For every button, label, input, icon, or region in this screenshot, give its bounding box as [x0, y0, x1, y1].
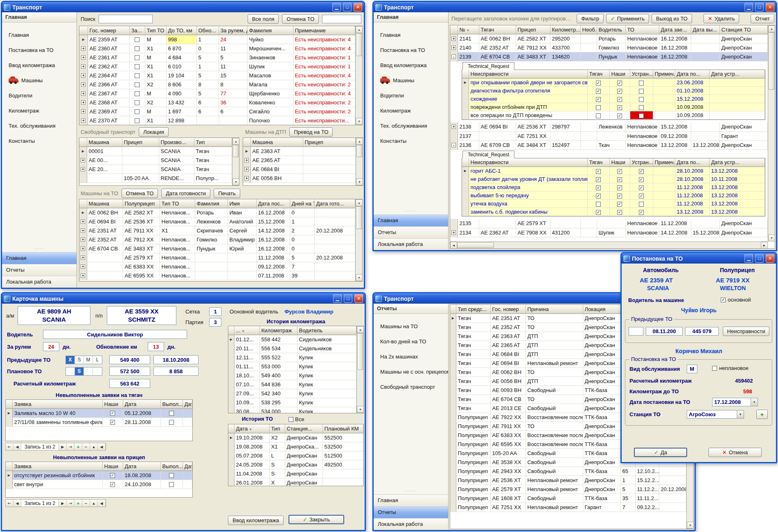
table-row[interactable]: +AE 0694 BIAE 2536 XTНепланов...Леженков… [79, 217, 355, 226]
table-row[interactable]: +2141AE 0062 BHAE 2582 XT295200РотарьНеп… [450, 34, 768, 43]
column-header[interactable]: Дата... [183, 462, 192, 471]
to-type-3[interactable] [84, 367, 93, 375]
table-row[interactable]: 27/11/08 заменены топливные фильтры✓28.1… [6, 417, 192, 426]
scroll-down-icon[interactable]: ▼ [356, 274, 363, 281]
sidebar-item[interactable]: Машины на ТО [374, 319, 448, 334]
minimize-button[interactable]: ▁ [333, 294, 342, 303]
vertical-scrollbar[interactable]: ▲ ▼ [356, 138, 363, 185]
table-row[interactable]: 2137AE 7251 XXНеплановое09.12.2008Гарант [450, 131, 768, 140]
expand-icon[interactable]: + [81, 246, 85, 251]
expand-icon[interactable]: + [451, 124, 456, 129]
requests-tractor-table[interactable]: ЗаявкаНашиДатаВыпол...Дата...▶Заливать м… [6, 400, 192, 427]
vertical-scrollbar[interactable]: ▲ ▼ [356, 326, 363, 413]
scroll-up-icon[interactable]: ▲ [356, 138, 363, 145]
checkbox[interactable] [596, 105, 601, 110]
checkbox[interactable] [169, 482, 174, 487]
sidebar-bottom-item[interactable]: Отчеты [374, 226, 448, 238]
expand-icon[interactable]: + [244, 176, 249, 180]
table-row[interactable]: +AE 6595 XXНепланов...07.11.200839 [79, 271, 355, 280]
confirm-button[interactable]: ✓Да [634, 448, 687, 457]
nav-prev-button[interactable]: ◀ [14, 443, 21, 450]
column-header[interactable]: Примеч... [653, 158, 675, 167]
column-header[interactable]: Фамилия [195, 199, 228, 208]
table-row[interactable]: +AE 00...SCANIAТягач [79, 156, 232, 165]
checkbox[interactable]: ✓ [617, 113, 622, 118]
table-row[interactable]: 18.10...549 400Кулик [228, 371, 356, 380]
checkbox[interactable] [169, 411, 174, 416]
technical-request-tab[interactable]: Technical_Request [462, 62, 514, 70]
sidebar-grip[interactable]: ····· [374, 209, 448, 214]
checkbox[interactable] [169, 420, 174, 425]
checkbox[interactable]: ✓ [617, 169, 622, 174]
table-row[interactable]: ▶AE 2359 ATM998124ЧуйкоЕсть неисправност… [79, 35, 355, 44]
column-header[interactable]: Полуприцеп [123, 199, 160, 208]
checkbox[interactable] [135, 109, 140, 114]
table-row[interactable]: +AE 2364 ATX119 104515МасаловЕсть неиспр… [79, 71, 355, 80]
scroll-down-icon[interactable]: ▼ [356, 178, 363, 185]
checkbox[interactable] [135, 64, 140, 69]
expand-icon[interactable]: + [451, 36, 456, 41]
checkbox[interactable] [135, 73, 140, 78]
checkbox[interactable]: ✓ [596, 169, 601, 174]
checkbox[interactable]: ✓ [617, 105, 622, 110]
nav-first-button[interactable]: ⇤ [6, 500, 14, 507]
exit-maintenance-button[interactable]: Выход из ТО [652, 14, 692, 23]
scroll-track[interactable] [232, 145, 239, 178]
to-type-s[interactable]: S [75, 356, 84, 364]
technical-request-table-1[interactable]: НеисправностиТягачНашиУстран...Примеч...… [462, 70, 765, 120]
vertical-scrollbar[interactable]: ▲ ▼ [355, 26, 362, 125]
column-header[interactable]: Выпол... [160, 400, 183, 408]
checkbox[interactable]: ✓ [617, 210, 622, 215]
main-driver-checkbox[interactable]: ✓ [721, 298, 726, 302]
table-row[interactable]: ПолуприцепAE 1608 XTСвободныйТТК-база351… [450, 494, 686, 503]
column-header[interactable] [6, 462, 12, 471]
table-row[interactable]: все операции по ДТП проведены✓10.09.2008 [462, 111, 765, 119]
ready-date-button[interactable]: Дата готовности [161, 189, 210, 198]
checkbox[interactable] [596, 202, 601, 207]
scroll-track[interactable] [356, 145, 363, 178]
column-header[interactable]: Гос. номер [88, 26, 129, 35]
collapse-icon[interactable]: - [451, 143, 456, 147]
vertical-scrollbar[interactable]: ▲ ▼ [355, 199, 362, 281]
scroll-thumb[interactable] [357, 333, 363, 370]
column-header[interactable] [450, 305, 456, 313]
table-row[interactable]: ▶отсутствует резиновый отбойник✓18.08.20… [6, 471, 192, 480]
checkbox[interactable] [639, 89, 644, 94]
expand-icon[interactable]: + [81, 273, 85, 278]
column-header[interactable]: Станция... [285, 424, 322, 433]
to-type-4[interactable] [93, 367, 102, 375]
checkbox[interactable]: ✓ [617, 97, 622, 102]
scroll-thumb[interactable] [233, 145, 239, 157]
requests-trailer-table[interactable]: ЗаявкаНашиДатаВыпол...Дата...▶отсутствуе… [6, 462, 192, 489]
checkbox[interactable] [596, 113, 601, 118]
sidebar-bottom-item[interactable]: Главная [2, 252, 77, 264]
table-row[interactable]: 26.01.2008XДнепроСкан [228, 478, 363, 486]
table-row[interactable]: 10.09...538 295Кулик [228, 398, 356, 407]
table-row[interactable]: ▶при открывании правой двери не загорает… [462, 79, 765, 87]
column-header[interactable]: Локация [583, 305, 620, 313]
horizontal-scrollbar[interactable]: ◀ ▶ [450, 241, 768, 248]
column-header[interactable] [79, 138, 87, 147]
scroll-down-icon[interactable]: ▼ [232, 178, 239, 185]
table-row[interactable]: +AE 6383 XXНепланов...09.12.20087 [79, 262, 355, 271]
column-header[interactable]: Тягач [479, 25, 516, 34]
scroll-thumb[interactable] [457, 242, 494, 248]
column-header[interactable]: Неисправности [469, 70, 587, 79]
checkbox[interactable]: ✓ [639, 194, 644, 198]
scroll-up-icon[interactable]: ▲ [357, 326, 364, 333]
maximize-button[interactable]: □ [755, 254, 764, 263]
sidebar-item[interactable]: Константы [374, 133, 448, 149]
column-header[interactable]: Наши [102, 462, 123, 471]
maintenance-orders-table[interactable]: +2138AE 0694 BIAE 2536 XT298797ЛеженковН… [450, 122, 768, 150]
collapse-icon[interactable]: - [451, 54, 456, 59]
column-header[interactable]: Прицеп [516, 25, 550, 34]
sidebar-item[interactable]: Свободный транспорт [374, 379, 448, 394]
close-button[interactable]: ✕ [354, 294, 363, 303]
add-station-button[interactable]: + [756, 410, 768, 419]
table-row[interactable]: +AE 0684 BI [243, 165, 356, 174]
nav-last-button[interactable]: ⇥ [67, 500, 74, 507]
to-type-m[interactable]: M [84, 356, 93, 364]
checkbox[interactable]: ✓ [596, 177, 601, 182]
print-button[interactable]: Печать [214, 189, 240, 198]
sidebar-grip[interactable]: ····· [374, 489, 448, 494]
